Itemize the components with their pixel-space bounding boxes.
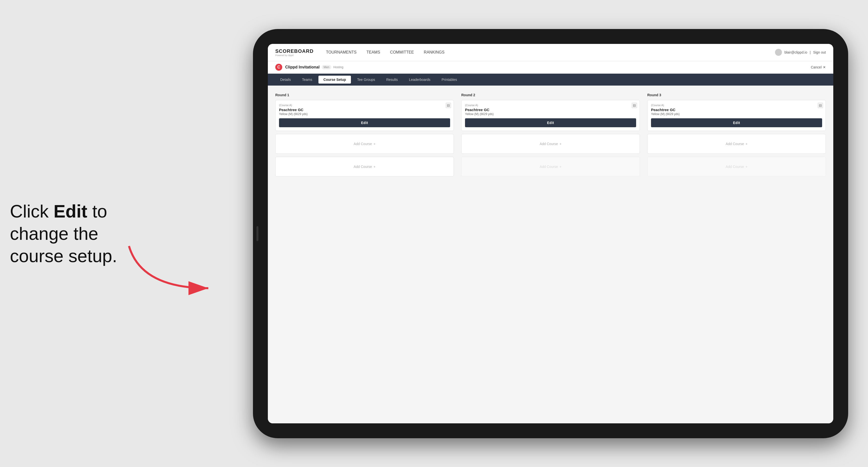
rounds-grid: Round 1 (Course A) Peachtree GC Yellow (…: [275, 93, 826, 180]
tablet-screen: SCOREBOARD Powered by clippd TOURNAMENTS…: [268, 44, 833, 423]
round-2-delete-button[interactable]: ⊟: [632, 103, 637, 108]
add-course-1-plus-icon: +: [373, 142, 375, 146]
round-2-column: Round 2 (Course A) Peachtree GC Yellow (…: [461, 93, 640, 180]
tabs-bar: Details Teams Course Setup Tee Groups Re…: [268, 74, 833, 86]
tab-teams[interactable]: Teams: [297, 75, 317, 84]
tournament-badge: Men: [322, 65, 331, 69]
nav-rankings[interactable]: RANKINGS: [424, 49, 445, 56]
logo-main: SCOREBOARD: [275, 49, 313, 54]
round-2-add-plus-2: +: [559, 165, 561, 169]
round-2-add-course-2: Add Course +: [461, 157, 640, 177]
add-course-2-label: Add Course: [354, 165, 372, 169]
breadcrumb-bar: C Clippd Invitational Men Hosting Cancel…: [268, 61, 833, 74]
brand-logo-c: C: [275, 64, 282, 71]
tablet-frame: SCOREBOARD Powered by clippd TOURNAMENTS…: [253, 29, 848, 438]
round-3-course-card: (Course A) Peachtree GC Yellow (M) (6629…: [647, 100, 826, 131]
round-2-title: Round 2: [461, 93, 640, 97]
round-3-add-course-1[interactable]: Add Course +: [647, 134, 826, 154]
round-3-add-course-2: Add Course +: [647, 157, 826, 177]
instruction-text: Click Edit to change the course setup.: [10, 200, 154, 267]
tablet-side-button: [256, 226, 258, 241]
main-content: Round 1 (Course A) Peachtree GC Yellow (…: [268, 86, 833, 423]
round-3-column: Round 3 (Course A) Peachtree GC Yellow (…: [647, 93, 826, 180]
round-1-add-course-1[interactable]: Add Course +: [275, 134, 454, 154]
cancel-icon: ✕: [823, 65, 826, 69]
round-2-edit-button[interactable]: Edit: [465, 118, 636, 127]
round-3-delete-button[interactable]: ⊟: [818, 103, 823, 108]
round-3-add-course-1-label: Add Course: [726, 142, 744, 146]
user-avatar: [775, 49, 782, 56]
scoreboard-logo: SCOREBOARD Powered by clippd: [275, 49, 313, 57]
trash-icon: ⊟: [447, 103, 450, 107]
add-course-1-label: Add Course: [354, 142, 372, 146]
round-1-course-label: (Course A): [279, 104, 450, 107]
round-3-add-plus-2: +: [745, 165, 747, 169]
logo-sub: Powered by clippd: [275, 54, 313, 57]
nav-tournaments[interactable]: TOURNAMENTS: [326, 49, 356, 56]
tab-details[interactable]: Details: [275, 75, 296, 84]
add-course-2-plus-icon: +: [373, 165, 375, 169]
round-1-column: Round 1 (Course A) Peachtree GC Yellow (…: [275, 93, 454, 180]
round-2-add-course-1[interactable]: Add Course +: [461, 134, 640, 154]
round-1-delete-button[interactable]: ⊟: [446, 103, 451, 108]
round-1-edit-button[interactable]: Edit: [279, 118, 450, 127]
round-1-course-details: Yellow (M) (6629 yds): [279, 112, 450, 116]
hosting-label: Hosting: [333, 65, 343, 69]
round-3-edit-button[interactable]: Edit: [651, 118, 822, 127]
round-3-add-plus-1: +: [745, 142, 747, 146]
round-2-course-name: Peachtree GC: [465, 107, 636, 112]
round-1-course-name: Peachtree GC: [279, 107, 450, 112]
round-1-course-card: (Course A) Peachtree GC Yellow (M) (6629…: [275, 100, 454, 131]
instruction-prefix: Click: [10, 201, 54, 221]
round-2-add-course-1-label: Add Course: [540, 142, 558, 146]
tab-course-setup[interactable]: Course Setup: [318, 75, 351, 84]
tab-tee-groups[interactable]: Tee Groups: [352, 75, 380, 84]
tab-results[interactable]: Results: [381, 75, 403, 84]
nav-separator: |: [810, 50, 811, 54]
round-2-course-label: (Course A): [465, 104, 636, 107]
tournament-title: Clippd Invitational: [285, 65, 320, 69]
tab-printables[interactable]: Printables: [437, 75, 462, 84]
tab-leaderboards[interactable]: Leaderboards: [404, 75, 435, 84]
nav-committee[interactable]: COMMITTEE: [390, 49, 414, 56]
trash-icon-2: ⊟: [633, 103, 636, 107]
nav-teams[interactable]: TEAMS: [367, 49, 380, 56]
round-3-add-course-2-label: Add Course: [726, 165, 744, 169]
round-3-title: Round 3: [647, 93, 826, 97]
round-2-course-card: (Course A) Peachtree GC Yellow (M) (6629…: [461, 100, 640, 131]
cancel-button[interactable]: Cancel ✕: [811, 65, 826, 69]
top-nav-items: TOURNAMENTS TEAMS COMMITTEE RANKINGS: [326, 49, 775, 56]
round-2-add-plus-1: +: [559, 142, 561, 146]
instruction-bold: Edit: [54, 201, 87, 221]
round-1-title: Round 1: [275, 93, 454, 97]
sign-out-link[interactable]: Sign out: [813, 50, 826, 54]
round-1-add-course-2[interactable]: Add Course +: [275, 157, 454, 177]
round-3-course-details: Yellow (M) (6629 yds): [651, 112, 822, 116]
top-nav: SCOREBOARD Powered by clippd TOURNAMENTS…: [268, 44, 833, 61]
round-3-course-label: (Course A): [651, 104, 822, 107]
nav-user: blair@clippd.io | Sign out: [775, 49, 826, 56]
trash-icon-3: ⊟: [819, 103, 822, 107]
user-email: blair@clippd.io: [784, 50, 807, 54]
round-3-course-name: Peachtree GC: [651, 107, 822, 112]
round-2-course-details: Yellow (M) (6629 yds): [465, 112, 636, 116]
round-2-add-course-2-label: Add Course: [540, 165, 558, 169]
